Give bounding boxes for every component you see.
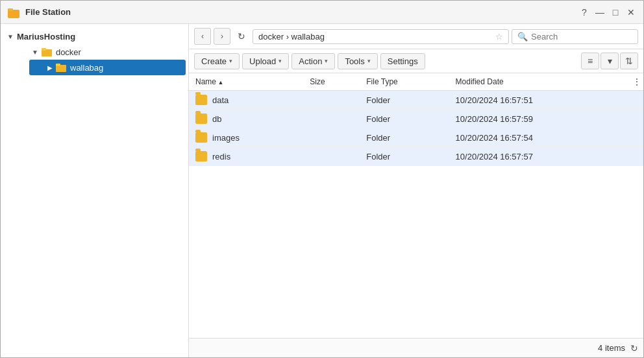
search-icon[interactable]: 🔍 [517,32,528,42]
file-table: Name Size File Type Modified Date ⋮ data… [189,73,643,166]
folder-icon [195,151,207,161]
title-bar: File Station ? — □ ✕ [1,1,643,24]
host-caret-icon: ▼ [7,33,14,40]
cell-modified: 10/20/2024 16:57:59 [449,110,630,128]
search-input[interactable] [531,32,632,42]
col-filetype-header[interactable]: File Type [360,73,449,91]
folder-icon [195,95,207,105]
tools-caret-icon: ▾ [367,58,371,64]
sidebar-host[interactable]: ▼ MariusHosting [1,29,188,44]
cell-options [630,91,643,110]
docker-caret-icon: ▼ [32,49,38,56]
cell-name: images [189,128,303,147]
tools-label: Tools [345,56,364,66]
app-icon [7,6,20,19]
sidebar-item-wallabag[interactable]: ▶ wallabag [29,60,186,75]
create-caret-icon: ▾ [229,58,232,64]
refresh-button[interactable]: ↻ [233,28,250,45]
svg-rect-1 [8,8,13,11]
folder-icon [195,132,207,143]
file-name: images [212,133,240,143]
item-count: 4 items [598,343,625,353]
cell-options [630,147,643,166]
col-options-header: ⋮ [630,73,643,91]
create-button[interactable]: Create ▾ [194,53,240,69]
back-button[interactable]: ‹ [194,28,211,45]
cell-name: redis [189,147,303,166]
cell-size [303,147,360,166]
sidebar-wallabag-label: wallabag [70,63,103,73]
action-label: Action [299,56,322,66]
cell-name: data [189,91,303,110]
wallabag-caret-icon: ▶ [47,64,53,71]
search-bar[interactable]: 🔍 [512,29,638,44]
upload-caret-icon: ▾ [279,58,282,64]
folder-icon [42,47,52,57]
file-area: Name Size File Type Modified Date ⋮ data… [189,73,643,338]
window-controls: ? — □ ✕ [578,6,637,18]
file-station-window: File Station ? — □ ✕ ▼ MariusHosting ▼ [0,0,644,358]
sidebar-docker-label: docker [56,47,81,57]
close-button[interactable]: ✕ [625,6,637,18]
settings-label: Settings [388,56,418,66]
main-area: ▼ MariusHosting ▼ docker ▶ [1,24,643,357]
status-refresh-button[interactable]: ↻ [630,343,638,353]
settings-button[interactable]: Settings [380,53,425,69]
file-name: data [212,95,229,105]
minimize-button[interactable]: — [594,6,606,18]
table-row[interactable]: images Folder 10/20/2024 16:57:54 [189,128,643,147]
toolbar: Create ▾ Upload ▾ Action ▾ Tools ▾ Setti… [189,49,643,73]
cell-filetype: Folder [360,91,449,110]
svg-rect-5 [56,64,60,66]
cell-options [630,128,643,147]
maximize-button[interactable]: □ [610,6,621,18]
svg-rect-3 [42,48,46,51]
table-row[interactable]: redis Folder 10/20/2024 16:57:57 [189,147,643,166]
folder-icon [56,62,66,73]
cell-filetype: Folder [360,110,449,128]
create-label: Create [201,56,227,66]
breadcrumb-text: docker › wallabag [258,32,325,42]
cell-options [630,110,643,128]
col-size-header[interactable]: Size [303,73,360,91]
cell-size [303,128,360,147]
upload-label: Upload [249,56,276,66]
folder-icon [195,113,207,124]
nav-bar: ‹ › ↻ docker › wallabag ☆ 🔍 [189,24,643,49]
sidebar: ▼ MariusHosting ▼ docker ▶ [1,24,189,357]
forward-button[interactable]: › [214,28,230,45]
favorite-icon[interactable]: ☆ [495,32,503,42]
action-button[interactable]: Action ▾ [291,53,335,69]
cell-size [303,91,360,110]
window-title: File Station [25,7,578,17]
content-panel: ‹ › ↻ docker › wallabag ☆ 🔍 Create ▾ [189,24,643,357]
sidebar-host-label: MariusHosting [17,32,75,42]
view-dropdown-button[interactable]: ▾ [601,53,619,69]
file-name: redis [212,152,230,161]
cell-name: db [189,110,303,128]
table-row[interactable]: data Folder 10/20/2024 16:57:51 [189,91,643,110]
breadcrumb: docker › wallabag ☆ [253,29,509,44]
file-name: db [212,114,221,124]
view-controls: ≡ ▾ ⇅ [581,53,638,69]
cell-filetype: Folder [360,128,449,147]
cell-size [303,110,360,128]
help-button[interactable]: ? [578,6,590,18]
list-view-button[interactable]: ≡ [581,53,599,69]
col-name-header[interactable]: Name [189,73,303,91]
upload-button[interactable]: Upload ▾ [242,53,289,69]
table-row[interactable]: db Folder 10/20/2024 16:57:59 [189,110,643,128]
action-caret-icon: ▾ [325,58,328,64]
status-bar: 4 items ↻ [189,338,643,357]
cell-filetype: Folder [360,147,449,166]
cell-modified: 10/20/2024 16:57:54 [449,128,630,147]
sidebar-item-docker[interactable]: ▼ docker [14,44,188,60]
sort-button[interactable]: ⇅ [620,53,638,69]
cell-modified: 10/20/2024 16:57:51 [449,91,630,110]
col-modified-header[interactable]: Modified Date [449,73,630,91]
tools-button[interactable]: Tools ▾ [338,53,377,69]
cell-modified: 10/20/2024 16:57:57 [449,147,630,166]
